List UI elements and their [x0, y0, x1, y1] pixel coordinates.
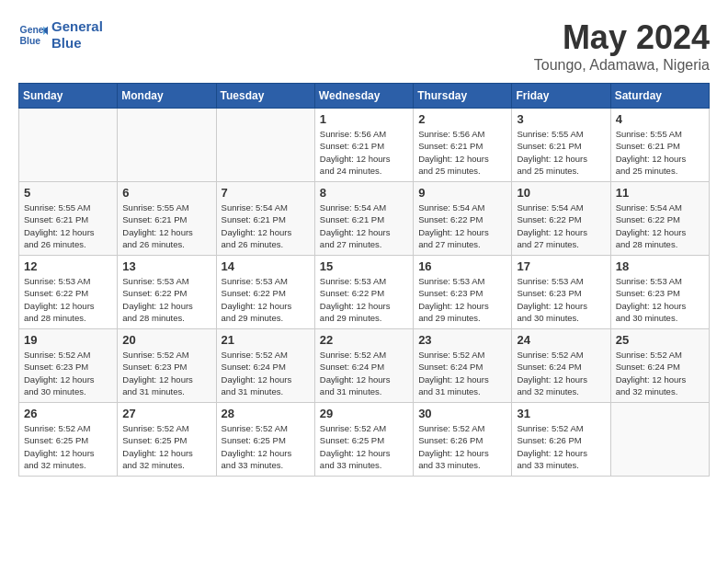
day-info: Sunrise: 5:52 AM Sunset: 6:25 PM Dayligh… — [24, 422, 112, 471]
calendar-cell: 29Sunrise: 5:52 AM Sunset: 6:25 PM Dayli… — [314, 403, 413, 477]
day-info: Sunrise: 5:52 AM Sunset: 6:24 PM Dayligh… — [418, 349, 506, 397]
day-number: 24 — [517, 333, 605, 347]
header: General Blue General Blue May 2024 Toung… — [18, 18, 710, 74]
calendar-cell — [118, 109, 216, 182]
title-block: May 2024 Toungo, Adamawa, Nigeria — [534, 18, 710, 74]
day-number: 4 — [616, 112, 704, 126]
calendar-cell: 26Sunrise: 5:52 AM Sunset: 6:25 PM Dayli… — [19, 403, 118, 477]
calendar-cell: 20Sunrise: 5:52 AM Sunset: 6:23 PM Dayli… — [118, 329, 216, 403]
day-info: Sunrise: 5:55 AM Sunset: 6:21 PM Dayligh… — [616, 128, 704, 177]
calendar-cell — [19, 109, 118, 182]
weekday-header: Sunday — [19, 84, 118, 109]
day-number: 6 — [122, 186, 210, 200]
calendar-week-row: 5Sunrise: 5:55 AM Sunset: 6:21 PM Daylig… — [19, 182, 710, 256]
calendar-cell: 7Sunrise: 5:54 AM Sunset: 6:21 PM Daylig… — [216, 182, 314, 256]
calendar-cell: 24Sunrise: 5:52 AM Sunset: 6:24 PM Dayli… — [512, 329, 610, 403]
calendar-cell: 1Sunrise: 5:56 AM Sunset: 6:21 PM Daylig… — [314, 109, 413, 182]
calendar-week-row: 19Sunrise: 5:52 AM Sunset: 6:23 PM Dayli… — [19, 329, 710, 403]
day-info: Sunrise: 5:53 AM Sunset: 6:23 PM Dayligh… — [616, 275, 704, 324]
svg-text:Blue: Blue — [20, 36, 41, 46]
day-number: 30 — [418, 407, 506, 420]
calendar-cell: 22Sunrise: 5:52 AM Sunset: 6:24 PM Dayli… — [314, 329, 413, 403]
day-number: 12 — [24, 259, 112, 273]
day-number: 9 — [418, 186, 506, 200]
day-number: 10 — [517, 186, 605, 200]
day-number: 1 — [320, 112, 408, 126]
day-info: Sunrise: 5:52 AM Sunset: 6:25 PM Dayligh… — [122, 422, 210, 471]
day-number: 18 — [616, 259, 704, 273]
day-number: 8 — [320, 186, 408, 200]
day-number: 20 — [122, 333, 210, 347]
calendar-cell: 11Sunrise: 5:54 AM Sunset: 6:22 PM Dayli… — [610, 182, 709, 256]
calendar-cell: 9Sunrise: 5:54 AM Sunset: 6:22 PM Daylig… — [414, 182, 512, 256]
weekday-header: Thursday — [414, 84, 512, 109]
day-number: 7 — [222, 186, 310, 200]
calendar-week-row: 26Sunrise: 5:52 AM Sunset: 6:25 PM Dayli… — [19, 403, 710, 477]
day-info: Sunrise: 5:56 AM Sunset: 6:21 PM Dayligh… — [418, 128, 506, 177]
day-number: 14 — [222, 259, 310, 273]
day-info: Sunrise: 5:52 AM Sunset: 6:23 PM Dayligh… — [24, 349, 112, 397]
logo-text-general: General — [51, 18, 103, 35]
day-info: Sunrise: 5:53 AM Sunset: 6:22 PM Dayligh… — [222, 275, 310, 324]
day-info: Sunrise: 5:54 AM Sunset: 6:21 PM Dayligh… — [222, 201, 310, 250]
day-number: 19 — [24, 333, 112, 347]
day-info: Sunrise: 5:52 AM Sunset: 6:24 PM Dayligh… — [616, 349, 704, 397]
calendar-table: SundayMondayTuesdayWednesdayThursdayFrid… — [18, 83, 710, 477]
calendar-header: SundayMondayTuesdayWednesdayThursdayFrid… — [19, 84, 710, 109]
day-info: Sunrise: 5:55 AM Sunset: 6:21 PM Dayligh… — [122, 201, 210, 250]
day-info: Sunrise: 5:56 AM Sunset: 6:21 PM Dayligh… — [320, 128, 408, 177]
calendar-cell: 18Sunrise: 5:53 AM Sunset: 6:23 PM Dayli… — [610, 256, 709, 329]
weekday-header: Wednesday — [314, 84, 413, 109]
day-number: 17 — [517, 259, 605, 273]
day-info: Sunrise: 5:54 AM Sunset: 6:22 PM Dayligh… — [517, 201, 605, 250]
calendar-cell: 4Sunrise: 5:55 AM Sunset: 6:21 PM Daylig… — [610, 109, 709, 182]
day-number: 13 — [122, 259, 210, 273]
day-info: Sunrise: 5:52 AM Sunset: 6:25 PM Dayligh… — [320, 422, 408, 471]
day-info: Sunrise: 5:52 AM Sunset: 6:26 PM Dayligh… — [517, 422, 605, 471]
day-number: 21 — [222, 333, 310, 347]
calendar-week-row: 1Sunrise: 5:56 AM Sunset: 6:21 PM Daylig… — [19, 109, 710, 182]
logo-text-blue: Blue — [51, 35, 103, 52]
calendar-cell: 10Sunrise: 5:54 AM Sunset: 6:22 PM Dayli… — [512, 182, 610, 256]
calendar-cell: 8Sunrise: 5:54 AM Sunset: 6:21 PM Daylig… — [314, 182, 413, 256]
day-number: 15 — [320, 259, 408, 273]
calendar-week-row: 12Sunrise: 5:53 AM Sunset: 6:22 PM Dayli… — [19, 256, 710, 329]
day-number: 5 — [24, 186, 112, 200]
calendar-cell: 23Sunrise: 5:52 AM Sunset: 6:24 PM Dayli… — [414, 329, 512, 403]
calendar-cell: 30Sunrise: 5:52 AM Sunset: 6:26 PM Dayli… — [414, 403, 512, 477]
day-info: Sunrise: 5:52 AM Sunset: 6:24 PM Dayligh… — [222, 349, 310, 397]
day-info: Sunrise: 5:54 AM Sunset: 6:21 PM Dayligh… — [320, 201, 408, 250]
day-number: 11 — [616, 186, 704, 200]
calendar-cell: 25Sunrise: 5:52 AM Sunset: 6:24 PM Dayli… — [610, 329, 709, 403]
day-number: 2 — [418, 112, 506, 126]
weekday-header: Friday — [512, 84, 610, 109]
day-info: Sunrise: 5:52 AM Sunset: 6:24 PM Dayligh… — [320, 349, 408, 397]
day-info: Sunrise: 5:53 AM Sunset: 6:23 PM Dayligh… — [418, 275, 506, 324]
calendar-container: General Blue General Blue May 2024 Toung… — [0, 0, 728, 563]
calendar-cell: 14Sunrise: 5:53 AM Sunset: 6:22 PM Dayli… — [216, 256, 314, 329]
weekday-header: Tuesday — [216, 84, 314, 109]
calendar-cell: 5Sunrise: 5:55 AM Sunset: 6:21 PM Daylig… — [19, 182, 118, 256]
day-number: 31 — [517, 407, 605, 420]
day-number: 16 — [418, 259, 506, 273]
calendar-cell: 27Sunrise: 5:52 AM Sunset: 6:25 PM Dayli… — [118, 403, 216, 477]
weekday-row: SundayMondayTuesdayWednesdayThursdayFrid… — [19, 84, 710, 109]
calendar-cell: 2Sunrise: 5:56 AM Sunset: 6:21 PM Daylig… — [414, 109, 512, 182]
logo-icon: General Blue — [18, 20, 48, 50]
calendar-cell: 17Sunrise: 5:53 AM Sunset: 6:23 PM Dayli… — [512, 256, 610, 329]
weekday-header: Saturday — [610, 84, 709, 109]
calendar-cell: 13Sunrise: 5:53 AM Sunset: 6:22 PM Dayli… — [118, 256, 216, 329]
day-number: 27 — [122, 407, 210, 420]
day-number: 22 — [320, 333, 408, 347]
calendar-cell: 21Sunrise: 5:52 AM Sunset: 6:24 PM Dayli… — [216, 329, 314, 403]
logo: General Blue General Blue — [18, 18, 103, 52]
day-info: Sunrise: 5:53 AM Sunset: 6:22 PM Dayligh… — [24, 275, 112, 324]
day-number: 23 — [418, 333, 506, 347]
calendar-cell: 15Sunrise: 5:53 AM Sunset: 6:22 PM Dayli… — [314, 256, 413, 329]
day-number: 29 — [320, 407, 408, 420]
calendar-cell: 16Sunrise: 5:53 AM Sunset: 6:23 PM Dayli… — [414, 256, 512, 329]
calendar-cell — [216, 109, 314, 182]
day-info: Sunrise: 5:52 AM Sunset: 6:24 PM Dayligh… — [517, 349, 605, 397]
calendar-cell: 3Sunrise: 5:55 AM Sunset: 6:21 PM Daylig… — [512, 109, 610, 182]
calendar-cell: 19Sunrise: 5:52 AM Sunset: 6:23 PM Dayli… — [19, 329, 118, 403]
